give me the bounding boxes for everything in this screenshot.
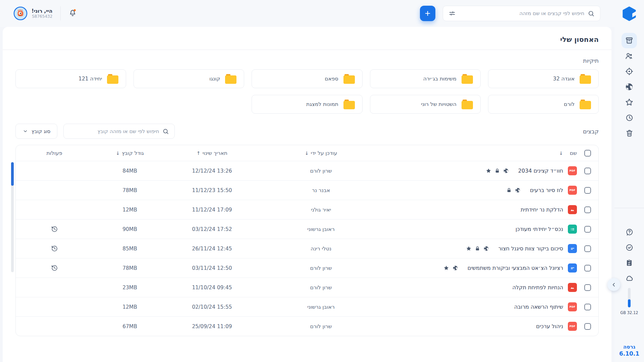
column-header-modified[interactable]: תאריך שינוי↑: [167, 150, 257, 156]
file-row[interactable]: PDFשיתוף הרשאה מרובהראובן גרשוני02/10/24…: [16, 297, 598, 316]
column-header-name[interactable]: שם↓: [385, 150, 577, 156]
content-body: תיקיות אוגדה 32משימות בג׳ירהספאםקונגויחי…: [3, 50, 611, 362]
file-row[interactable]: סיכום ביקור צוות סיגנל חצורנטלי רינה26/1…: [16, 239, 598, 258]
plus-icon: [424, 10, 431, 17]
file-row[interactable]: PDFחוו״ד קצינים 2034שרון לורם12/12/24 13…: [16, 161, 598, 180]
row-checkbox[interactable]: [584, 304, 591, 310]
files-table: שם↓עודכן על ידי↓תאריך שינוי↑גודל קובץ↓פע…: [15, 145, 599, 336]
folder-name: השטויות של רוני: [421, 101, 457, 107]
file-row[interactable]: הדלקת נר יחידתיתיאיר גולני11/12/24 17:09…: [16, 200, 598, 219]
file-size: 84MB: [93, 168, 167, 174]
folder-card[interactable]: תמונות למצגת: [252, 95, 362, 114]
files-table-header-row: שם↓עודכן על ידי↓תאריך שינוי↑גודל קובץ↓פע…: [16, 145, 598, 161]
version-history-button[interactable]: [51, 264, 58, 272]
files-search-input[interactable]: [69, 128, 159, 134]
file-type-sheet-icon: [568, 225, 577, 234]
row-checkbox[interactable]: [584, 245, 591, 252]
folder-icon: [580, 74, 591, 84]
notifications-button[interactable]: [68, 8, 77, 18]
file-row[interactable]: הנחיות לפתיחת תקלהשרון לורם11/10/24 09:4…: [16, 278, 598, 297]
sidebar-nav-bottom: [622, 224, 637, 286]
file-modified-date: 25/09/24 11:09: [167, 323, 257, 329]
folder-card[interactable]: לורם: [488, 95, 599, 114]
storage-indicator: GB 32.12: [620, 288, 638, 315]
row-checkbox[interactable]: [584, 284, 591, 291]
file-updated-by: ראובן גרשוני: [257, 226, 385, 232]
badge-check-icon: [625, 243, 634, 252]
file-type-pdf-icon: PDF: [568, 322, 577, 331]
clipboard-check-icon: [625, 259, 633, 267]
column-header-updated_by[interactable]: עודכן על ידי↓: [257, 150, 385, 156]
row-checkbox[interactable]: [584, 226, 591, 233]
row-checkbox[interactable]: [584, 168, 591, 174]
version-history-button[interactable]: [51, 245, 58, 252]
file-modified-date: 03/12/24 17:52: [167, 226, 257, 232]
file-badges: [506, 187, 521, 193]
sidebar-item-target[interactable]: [622, 64, 637, 79]
users-icon: [625, 52, 634, 60]
version-history-button[interactable]: [51, 226, 58, 233]
file-row[interactable]: PDFניהול ערכיםשרון לורם25/09/24 11:0967M…: [16, 316, 598, 336]
file-size: 12MB: [93, 207, 167, 213]
folders-heading: תיקיות: [15, 57, 599, 64]
globe-icon: [452, 265, 458, 271]
sidebar-item-shared-users[interactable]: [622, 48, 637, 64]
file-name: סיכום ביקור צוות סיגנל חצור: [498, 245, 563, 252]
file-type-image-icon: [568, 283, 577, 292]
sidebar-collapse-button[interactable]: [607, 278, 620, 291]
files-table-body: PDFחוו״ד קצינים 2034שרון לורם12/12/24 13…: [16, 161, 598, 336]
sliders-icon: [448, 10, 456, 17]
file-row[interactable]: רציונל הצ׳אט המבצעי וביקורת משתמשיםשרון …: [16, 258, 598, 278]
history-icon: [51, 264, 58, 272]
select-all-checkbox[interactable]: [584, 150, 591, 157]
sidebar-item-storage[interactable]: [622, 33, 637, 48]
file-name: נכס״ל יחידתי מעודכן: [516, 226, 563, 232]
folder-card[interactable]: ספאם: [252, 69, 362, 88]
avatar[interactable]: [13, 6, 28, 20]
storage-bar-fill: [628, 299, 631, 307]
file-name: הנחיות לפתיחת תקלה: [513, 284, 564, 291]
sidebar-item-public[interactable]: [622, 79, 637, 95]
app-logo-icon[interactable]: [622, 6, 637, 21]
global-search-input[interactable]: [459, 10, 584, 16]
folder-card[interactable]: אוגדה 32: [488, 69, 599, 88]
folder-card[interactable]: השטויות של רוני: [370, 95, 481, 114]
folder-icon: [343, 74, 355, 84]
row-checkbox[interactable]: [584, 187, 591, 194]
folder-name: לורם: [564, 101, 575, 107]
sidebar-divider: [614, 208, 644, 208]
file-type-pdf-icon: PDF: [568, 302, 577, 311]
file-row[interactable]: נכס״ל יחידתי מעודכןראובן גרשוני03/12/24 …: [16, 219, 598, 239]
row-checkbox[interactable]: [584, 323, 591, 330]
version-label: גרסה: [619, 344, 639, 350]
scrollbar-thumb[interactable]: [11, 162, 14, 186]
folder-card[interactable]: קונגו: [133, 69, 244, 88]
sort-down-icon: ↓: [559, 150, 563, 156]
folder-card[interactable]: יחידה 121: [15, 69, 126, 88]
folder-icon: [580, 100, 591, 109]
sidebar-item-recent[interactable]: [622, 110, 637, 125]
add-new-button[interactable]: [420, 6, 435, 21]
top-header: היי, רוני! S8765432: [0, 0, 614, 27]
version-number: 6.10.1: [619, 350, 639, 357]
row-checkbox[interactable]: [584, 206, 591, 213]
star-icon: [443, 265, 449, 271]
star-icon: [486, 168, 491, 174]
file-size: 67MB: [93, 323, 167, 329]
folder-card[interactable]: משימות בג׳ירה: [370, 69, 481, 88]
sidebar-item-certificate[interactable]: [622, 240, 637, 255]
search-filter-button[interactable]: [448, 10, 456, 17]
row-checkbox[interactable]: [584, 265, 591, 272]
sidebar-item-help[interactable]: [622, 224, 637, 240]
sidebar-item-report[interactable]: [622, 255, 637, 270]
file-type-filter[interactable]: סוג קובץ: [15, 124, 57, 139]
app-root: GB 32.12 גרסה 6.10.1: [0, 0, 644, 362]
sidebar-item-trash[interactable]: [622, 125, 637, 141]
file-row[interactable]: PDFלוז סיור ברעיםאבנר נר11/12/23 15:5078…: [16, 180, 598, 200]
column-header-size[interactable]: גודל קובץ↓: [93, 150, 167, 156]
sidebar-item-starred[interactable]: [622, 95, 637, 110]
sidebar-item-cloud-storage[interactable]: [622, 270, 637, 286]
lock-icon: [495, 168, 500, 173]
file-type-doc-icon: [568, 244, 577, 253]
file-size: 90MB: [93, 226, 167, 232]
